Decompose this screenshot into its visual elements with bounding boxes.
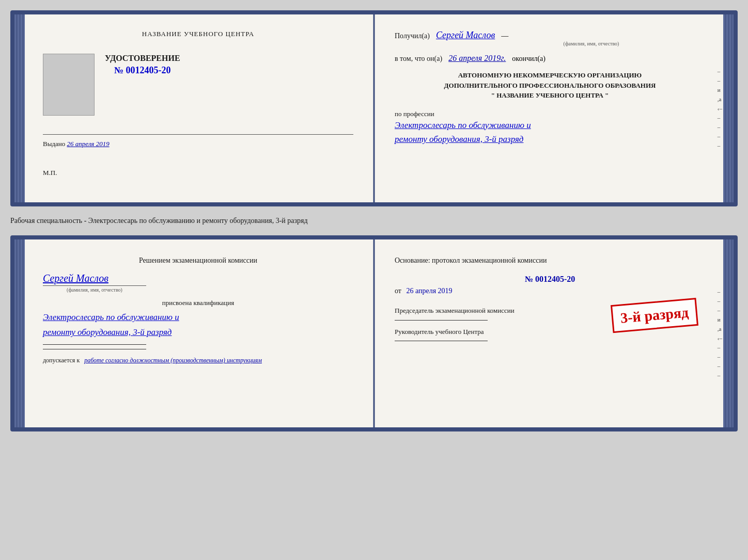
protocol-number: № 0012405-20 xyxy=(395,275,705,284)
org-line1: АВТОНОМНУЮ НЕКОММЕРЧЕСКУЮ ОРГАНИЗАЦИЮ xyxy=(395,70,705,81)
photo-placeholder xyxy=(43,54,95,116)
received-row: Получил(а) Сергей Маслов — (фамилия, имя… xyxy=(395,30,705,46)
received-label: Получил(а) xyxy=(395,32,430,40)
right-edge-chars: – – и ,а ‹– – – – – xyxy=(718,68,722,149)
certificate-bottom: Решением экзаменационной комиссии Сергей… xyxy=(10,235,738,431)
date-value: 26 апреля 2019 xyxy=(406,287,452,295)
decision-title: Решением экзаменационной комиссии xyxy=(43,255,353,266)
person-name-row: Сергей Маслов (фамилия, имя, отчество) xyxy=(43,273,353,293)
sig-line2 xyxy=(43,349,146,349)
person-name-bottom: Сергей Маслов xyxy=(43,273,353,284)
fio-subtitle-bottom: (фамилия, имя, отчество) xyxy=(43,285,146,293)
allowed-text: допускается к работе согласно должностны… xyxy=(43,357,353,364)
stamp-mp: М.П. xyxy=(43,169,353,177)
org-line2: ДОПОЛНИТЕЛЬНОГО ПРОФЕССИОНАЛЬНОГО ОБРАЗО… xyxy=(395,81,705,91)
cert-top-left: НАЗВАНИЕ УЧЕБНОГО ЦЕНТРА УДОСТОВЕРЕНИЕ №… xyxy=(14,14,374,202)
issued-line: Выдано 26 апреля 2019 xyxy=(43,140,353,148)
side-strip-right xyxy=(723,14,734,202)
certificate-top: НАЗВАНИЕ УЧЕБНОГО ЦЕНТРА УДОСТОВЕРЕНИЕ №… xyxy=(10,10,738,206)
chairman-sig xyxy=(395,320,488,321)
finished-label: окончил(а) xyxy=(512,55,546,62)
stamp-text: 3-й разряд xyxy=(620,304,689,326)
cert-bottom-right: Основание: протокол экзаменационной коми… xyxy=(374,239,734,427)
org-block: АВТОНОМНУЮ НЕКОММЕРЧЕСКУЮ ОРГАНИЗАЦИЮ ДО… xyxy=(395,70,705,101)
profession-value: Электрослесарь по обслуживанию и ремонту… xyxy=(395,118,705,146)
qual-line2: ремонту оборудования, 3-й разряд xyxy=(43,325,353,340)
person-name: Сергей Маслов xyxy=(436,30,495,40)
cert-number: № 0012405-20 xyxy=(105,65,180,76)
cert-top-right: Получил(а) Сергей Маслов — (фамилия, имя… xyxy=(374,14,734,202)
basis-title: Основание: протокол экзаменационной коми… xyxy=(395,255,705,266)
caption: Рабочая специальность - Электрослесарь п… xyxy=(10,215,738,227)
director-sig xyxy=(395,341,488,341)
since-date: 26 апреля 2019г. xyxy=(448,54,506,62)
page-wrapper: НАЗВАНИЕ УЧЕБНОГО ЦЕНТРА УДОСТОВЕРЕНИЕ №… xyxy=(10,10,738,431)
cert-label: УДОСТОВЕРЕНИЕ xyxy=(105,54,180,63)
cert-bottom-left: Решением экзаменационной комиссии Сергей… xyxy=(14,239,374,427)
since-row: в том, что он(а) 26 апреля 2019г. окончи… xyxy=(395,54,705,63)
prof-line1: Электрослесарь по обслуживанию и xyxy=(395,118,705,132)
fio-subtitle: (фамилия, имя, отчество) xyxy=(477,41,705,46)
prof-line2: ремонту оборудования, 3-й разряд xyxy=(395,132,705,146)
date-prefix: от xyxy=(395,287,401,295)
allowed-label: допускается к xyxy=(43,357,80,364)
qual-value: Электрослесарь по обслуживанию и ремонту… xyxy=(43,310,353,340)
qual-line1: Электрослесарь по обслуживанию и xyxy=(43,310,353,325)
issued-date: 26 апреля 2019 xyxy=(67,140,110,148)
side-strip-right-b xyxy=(723,239,734,427)
right-edge-chars-b: – – – и ,а ‹– – – – – xyxy=(718,289,722,378)
qual-label: присвоена квалификация xyxy=(43,299,353,307)
since-label: в том, что он(а) xyxy=(395,55,442,62)
issued-label: Выдано xyxy=(43,140,65,148)
org-title-left: НАЗВАНИЕ УЧЕБНОГО ЦЕНТРА xyxy=(43,30,353,38)
allowed-value: работе согласно должностным (производств… xyxy=(84,357,262,364)
profession-label: по профессии xyxy=(395,110,705,118)
org-line3: " НАЗВАНИЕ УЧЕБНОГО ЦЕНТРА " xyxy=(395,90,705,101)
protocol-date: от 26 апреля 2019 xyxy=(395,287,705,295)
dash1: — xyxy=(501,32,508,40)
sig-line1 xyxy=(43,344,146,345)
